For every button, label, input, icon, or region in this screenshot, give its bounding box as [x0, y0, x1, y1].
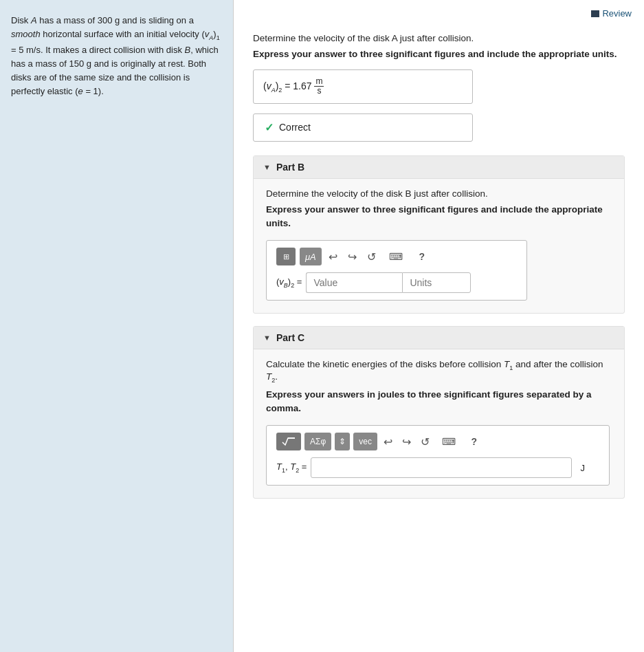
energy-input[interactable] [311, 457, 572, 478]
review-link-label: Review [602, 8, 632, 19]
part-b-input-label: (vB)2 = [276, 276, 302, 289]
part-a-answer-box: (vA)2 = 1.67 ms [253, 69, 473, 103]
problem-statement: Disk A has a mass of 300 g and is slidin… [11, 14, 222, 98]
refresh-button[interactable]: ↺ [364, 248, 379, 265]
keyboard-c-button[interactable]: ⌨ [436, 433, 461, 450]
review-link[interactable]: Review [591, 8, 632, 19]
part-a-instruction: Express your answer to three significant… [253, 47, 625, 61]
undo-button[interactable]: ↩ [326, 248, 341, 265]
part-c-title: Part C [276, 332, 304, 343]
part-b-input-row: (vB)2 = [276, 272, 517, 293]
redo-c-button[interactable]: ↪ [399, 433, 414, 450]
part-c-question: Calculate the kinetic energies of the di… [266, 359, 612, 383]
redo-button[interactable]: ↪ [345, 248, 360, 265]
part-b-title: Part B [276, 162, 304, 173]
undo-c-button[interactable]: ↩ [381, 433, 396, 450]
part-b-input-area: ⊞ μΑ ↩ ↪ ↺ ⌨ ? (vB)2 = [266, 240, 527, 301]
part-a-intro: Determine the velocity of the disk A jus… [253, 33, 625, 43]
sqrt-button[interactable] [276, 433, 301, 450]
part-c-section: ▼ Part C Calculate the kinetic energies … [253, 326, 625, 499]
part-c-input-area: ΑΣφ ⇕ vec ↩ ↪ ↺ ⌨ ? T1, T2 = J [266, 425, 610, 486]
asigma-button[interactable]: ΑΣφ [304, 433, 331, 450]
part-c-body: Calculate the kinetic energies of the di… [254, 349, 624, 498]
review-icon [591, 10, 599, 17]
part-c-instruction: Express your answers in joules to three … [266, 388, 612, 416]
keyboard-button[interactable]: ⌨ [384, 248, 408, 265]
main-content: Review Determine the velocity of the dis… [234, 0, 644, 652]
part-b-instruction: Express your answer to three significant… [266, 203, 612, 231]
correct-checkmark: ✓ [265, 121, 274, 134]
part-b-header[interactable]: ▼ Part B [254, 156, 624, 179]
refresh-c-button[interactable]: ↺ [418, 433, 433, 450]
updown-button[interactable]: ⇕ [335, 433, 350, 450]
part-b-section: ▼ Part B Determine the velocity of the d… [253, 155, 625, 314]
part-c-input-row: T1, T2 = J [276, 457, 599, 478]
energy-label: T1, T2 = [276, 461, 307, 474]
part-c-header[interactable]: ▼ Part C [254, 327, 624, 349]
help-button[interactable]: ? [412, 248, 432, 265]
part-b-units-input[interactable] [402, 272, 471, 293]
part-b-body: Determine the velocity of the disk B jus… [254, 179, 624, 314]
part-a-answer-text: (vA)2 = 1.67 ms [263, 80, 324, 91]
part-c-arrow: ▼ [263, 334, 271, 342]
part-b-value-input[interactable] [306, 272, 402, 293]
part-b-arrow: ▼ [263, 163, 271, 171]
part-c-toolbar: ΑΣφ ⇕ vec ↩ ↪ ↺ ⌨ ? [276, 433, 599, 450]
vec-button[interactable]: vec [353, 433, 377, 450]
energy-unit: J [580, 463, 585, 473]
part-b-toolbar: ⊞ μΑ ↩ ↪ ↺ ⌨ ? [276, 248, 517, 265]
mu-button[interactable]: μΑ [300, 248, 322, 265]
correct-label: Correct [279, 122, 311, 133]
matrix-button[interactable]: ⊞ [276, 248, 296, 265]
correct-box: ✓ Correct [253, 113, 473, 142]
help-c-button[interactable]: ? [465, 433, 484, 450]
part-b-question: Determine the velocity of the disk B jus… [266, 188, 612, 199]
sidebar: Disk A has a mass of 300 g and is slidin… [0, 0, 234, 652]
